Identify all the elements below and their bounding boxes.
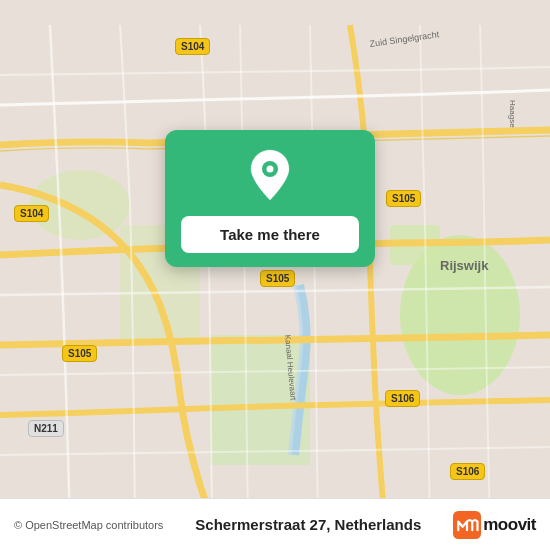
svg-text:Haagse: Haagse [508,100,517,128]
badge-s104-left: S104 [14,205,49,222]
map-container[interactable]: Rijswijk Zuid Singelgracht Haagse Kanaal… [0,0,550,550]
badge-s105-center: S105 [260,270,295,287]
copyright-text: © OpenStreetMap contributors [14,519,163,531]
badge-s106-bottom-right: S106 [450,463,485,480]
svg-point-11 [267,166,274,173]
take-me-there-button[interactable]: Take me there [181,216,359,253]
svg-text:Rijswijk: Rijswijk [440,258,489,273]
badge-s105-mid: S105 [386,190,421,207]
bottom-bar: © OpenStreetMap contributors Schermerstr… [0,498,550,550]
popup-card[interactable]: Take me there [165,130,375,267]
badge-s106-right: S106 [385,390,420,407]
badge-s104-top: S104 [175,38,210,55]
location-label: Schermerstraat 27, Netherlands [195,516,421,533]
location-pin-icon [248,148,292,206]
bottom-bar-left: © OpenStreetMap contributors [14,519,163,531]
moovit-icon [453,511,481,539]
badge-n211: N211 [28,420,64,437]
moovit-logo: moovit [453,511,536,539]
moovit-text: moovit [483,515,536,535]
badge-s105-bottom-left: S105 [62,345,97,362]
